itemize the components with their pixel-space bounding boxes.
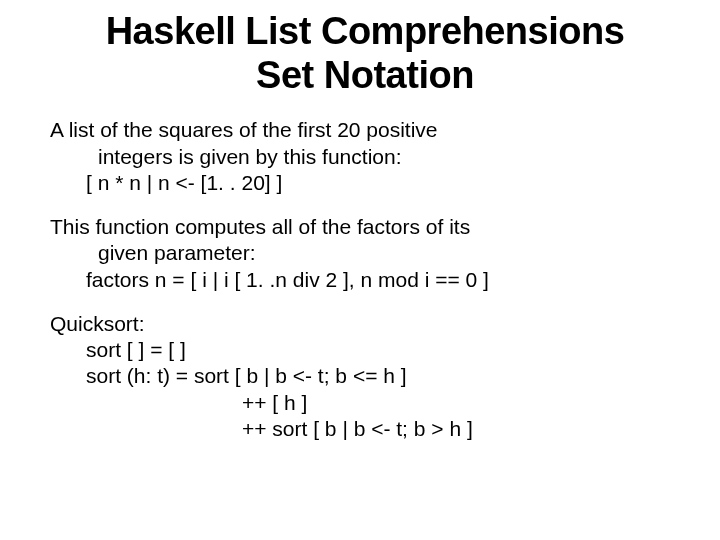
factors-intro-line2: given parameter: <box>50 240 680 266</box>
squares-intro-line1: A list of the squares of the first 20 po… <box>50 117 680 143</box>
section-factors: This function computes all of the factor… <box>50 214 680 293</box>
section-quicksort: Quicksort: sort [ ] = [ ] sort (h: t) = … <box>50 311 680 442</box>
quicksort-label: Quicksort: <box>50 311 680 337</box>
factors-intro-line1: This function computes all of the factor… <box>50 214 680 240</box>
squares-code: [ n * n | n <- [1. . 20] ] <box>50 170 680 196</box>
squares-intro-line2: integers is given by this function: <box>50 144 680 170</box>
title-line-2: Set Notation <box>50 54 680 98</box>
section-squares: A list of the squares of the first 20 po… <box>50 117 680 196</box>
quicksort-code-line2: sort (h: t) = sort [ b | b <- t; b <= h … <box>50 363 680 389</box>
slide-title: Haskell List Comprehensions Set Notation <box>50 10 680 97</box>
quicksort-code-line3: ++ [ h ] <box>50 390 680 416</box>
title-line-1: Haskell List Comprehensions <box>50 10 680 54</box>
slide-content: A list of the squares of the first 20 po… <box>50 117 680 442</box>
quicksort-code-line1: sort [ ] = [ ] <box>50 337 680 363</box>
quicksort-code-line4: ++ sort [ b | b <- t; b > h ] <box>50 416 680 442</box>
factors-code: factors n = [ i | i [ 1. .n div 2 ], n m… <box>50 267 680 293</box>
